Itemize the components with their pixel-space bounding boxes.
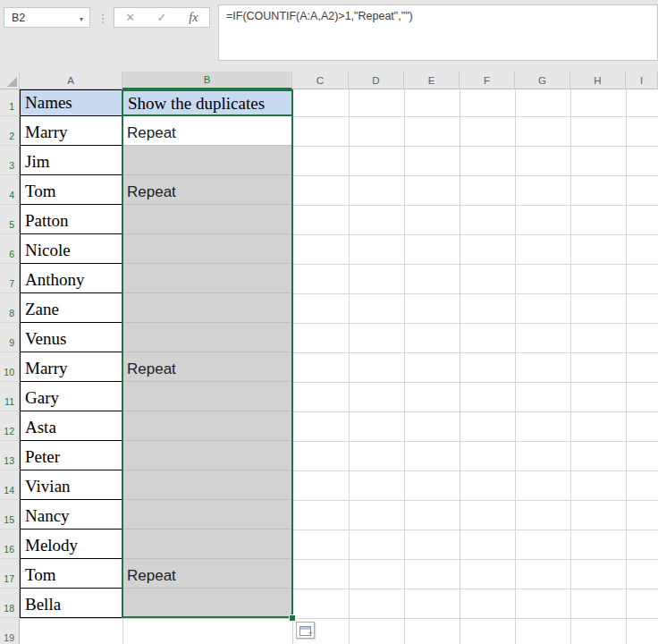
cell-B15[interactable] bbox=[122, 500, 292, 530]
more-options-icon: ⋮ bbox=[97, 9, 109, 27]
row-header-5[interactable]: 5 bbox=[0, 205, 20, 234]
gridline-vertical bbox=[349, 89, 350, 644]
cell-B9[interactable] bbox=[122, 323, 292, 352]
cell-A10[interactable]: Marry bbox=[20, 352, 122, 382]
cell-A18[interactable]: Bella bbox=[20, 589, 122, 618]
cell-A8[interactable]: Zane bbox=[20, 293, 122, 323]
enter-icon[interactable]: ✓ bbox=[148, 11, 175, 24]
row-header-7[interactable]: 7 bbox=[0, 264, 20, 293]
row-header-14[interactable]: 14 bbox=[0, 470, 20, 500]
gridline-vertical bbox=[460, 89, 460, 644]
cell-B4[interactable]: Repeat bbox=[122, 175, 292, 205]
cell-A6[interactable]: Nicole bbox=[20, 234, 122, 264]
select-all-button[interactable] bbox=[0, 72, 20, 89]
cell-A12[interactable]: Asta bbox=[20, 411, 122, 441]
row-header-12[interactable]: 12 bbox=[0, 411, 20, 441]
cell-A4[interactable]: Tom bbox=[20, 175, 122, 205]
cell-B2[interactable]: Repeat bbox=[122, 116, 292, 146]
row-header-11[interactable]: 11 bbox=[0, 382, 20, 411]
row-header-8[interactable]: 8 bbox=[0, 293, 20, 323]
autofill-options-button[interactable]: + bbox=[296, 622, 315, 639]
formula-text: =IF(COUNTIF(A:A,A2)>1,"Repeat","") bbox=[226, 10, 413, 22]
cell-A7[interactable]: Anthony bbox=[20, 264, 122, 293]
cell-A2[interactable]: Marry bbox=[20, 116, 122, 146]
cell-A16[interactable]: Melody bbox=[20, 530, 122, 559]
cell-B16[interactable] bbox=[122, 530, 292, 559]
cell-A11[interactable]: Gary bbox=[20, 382, 122, 411]
insert-function-icon[interactable]: fx bbox=[180, 11, 207, 25]
cell-A13[interactable]: Peter bbox=[20, 441, 122, 470]
row-header-6[interactable]: 6 bbox=[0, 234, 20, 264]
cancel-icon[interactable]: ✕ bbox=[117, 11, 144, 24]
row-header-13[interactable]: 13 bbox=[0, 441, 20, 470]
cell-B17[interactable]: Repeat bbox=[122, 559, 292, 589]
column-header-I[interactable]: I bbox=[626, 72, 658, 89]
gridline-vertical bbox=[515, 89, 516, 644]
column-header-D[interactable]: D bbox=[349, 72, 404, 89]
cell-B18[interactable] bbox=[122, 589, 292, 618]
formula-button-group: ✕ ✓ fx bbox=[114, 7, 210, 28]
column-header-G[interactable]: G bbox=[515, 72, 570, 89]
gridline-vertical bbox=[570, 89, 571, 644]
row-header-17[interactable]: 17 bbox=[0, 559, 20, 589]
row-header-2[interactable]: 2 bbox=[0, 116, 20, 146]
cell-A9[interactable]: Venus bbox=[20, 323, 122, 352]
name-box-value: B2 bbox=[12, 12, 25, 24]
row-header-4[interactable]: 4 bbox=[0, 175, 20, 205]
row-header-10[interactable]: 10 bbox=[0, 352, 20, 382]
autofill-plus-icon: + bbox=[308, 630, 313, 638]
cell-B6[interactable] bbox=[122, 234, 292, 264]
column-header-C[interactable]: C bbox=[292, 72, 349, 89]
column-header-B[interactable]: B bbox=[122, 72, 292, 89]
cell-A5[interactable]: Patton bbox=[20, 205, 122, 234]
cell-A15[interactable]: Nancy bbox=[20, 500, 122, 530]
name-box-dropdown-icon[interactable]: ▾ bbox=[80, 15, 83, 23]
cell-B10[interactable]: Repeat bbox=[122, 352, 292, 382]
column-header-A[interactable]: A bbox=[20, 72, 122, 89]
column-header-F[interactable]: F bbox=[460, 72, 515, 89]
column-header-E[interactable]: E bbox=[404, 72, 460, 89]
cell-B1[interactable]: Show the duplicates bbox=[122, 89, 292, 116]
cell-A1[interactable]: Names bbox=[20, 89, 122, 116]
cell-B8[interactable] bbox=[122, 293, 292, 323]
cell-B12[interactable] bbox=[122, 411, 292, 441]
cell-A14[interactable]: Vivian bbox=[20, 470, 122, 500]
row-header-9[interactable]: 9 bbox=[0, 323, 20, 352]
row-header-15[interactable]: 15 bbox=[0, 500, 20, 530]
gridline-vertical bbox=[292, 89, 293, 644]
cell-B7[interactable] bbox=[122, 264, 292, 293]
gridline-vertical bbox=[404, 89, 405, 644]
formula-bar[interactable]: =IF(COUNTIF(A:A,A2)>1,"Repeat","") bbox=[218, 4, 658, 61]
column-header-H[interactable]: H bbox=[570, 72, 626, 89]
cell-B14[interactable] bbox=[122, 470, 292, 500]
cell-B3[interactable] bbox=[122, 146, 292, 175]
fill-handle[interactable] bbox=[289, 614, 296, 622]
cell-B11[interactable] bbox=[122, 382, 292, 411]
row-header-18[interactable]: 18 bbox=[0, 589, 20, 618]
gridline-vertical bbox=[626, 89, 627, 644]
cell-B5[interactable] bbox=[122, 205, 292, 234]
row-header-1[interactable]: 1 bbox=[0, 89, 20, 116]
cell-A17[interactable]: Tom bbox=[20, 559, 122, 589]
gridline-horizontal bbox=[20, 618, 658, 619]
cell-B13[interactable] bbox=[122, 441, 292, 470]
cell-A3[interactable]: Jim bbox=[20, 146, 122, 175]
row-header-3[interactable]: 3 bbox=[0, 146, 20, 175]
select-all-icon bbox=[7, 77, 17, 87]
row-header-16[interactable]: 16 bbox=[0, 530, 20, 559]
row-header-19[interactable]: 19 bbox=[0, 618, 20, 644]
name-box[interactable]: B2 ▾ bbox=[4, 7, 90, 28]
